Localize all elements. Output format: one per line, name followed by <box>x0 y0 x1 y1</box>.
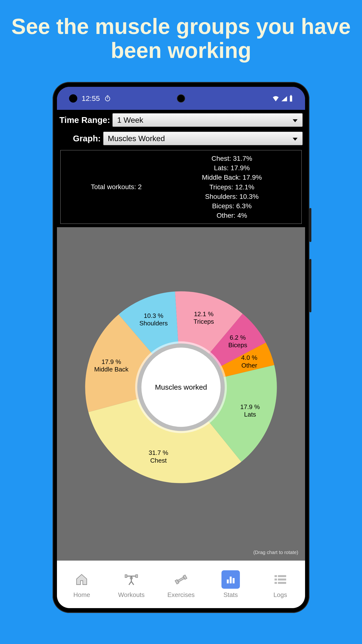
phone-side-button <box>310 259 311 312</box>
graph-value: Muscles Worked <box>108 134 165 143</box>
time-range-label: Time Range: <box>59 115 110 125</box>
svg-rect-1 <box>290 96 292 101</box>
nav-label: Stats <box>223 591 238 599</box>
home-indicator[interactable] <box>149 603 213 605</box>
total-workouts: Total workouts: 2 <box>65 154 167 220</box>
svg-rect-16 <box>230 576 232 584</box>
signal-icon <box>281 96 288 101</box>
donut-chart[interactable]: Muscles worked 31.7 %Chest17.9 %Lats4.0 … <box>77 283 285 492</box>
dumbbell-icon <box>172 570 190 589</box>
nav-label: Home <box>73 591 90 599</box>
svg-rect-23 <box>278 582 286 584</box>
nav-label: Exercises <box>167 591 195 599</box>
summary-box: Total workouts: 2 Chest: 31.7%Lats: 17.9… <box>60 150 302 224</box>
svg-rect-22 <box>275 582 277 584</box>
slice-label: 12.1 %Triceps <box>194 310 214 326</box>
status-time: 12:55 <box>82 94 100 102</box>
slice-label: 17.9 %Lats <box>240 403 260 418</box>
svg-rect-17 <box>233 578 235 584</box>
svg-rect-5 <box>125 575 127 578</box>
bottom-nav: Home Workouts Exercises Stats <box>57 560 305 608</box>
svg-point-0 <box>105 96 110 101</box>
nav-exercises[interactable]: Exercises <box>156 560 206 608</box>
svg-line-10 <box>129 582 131 585</box>
wifi-icon <box>272 96 279 101</box>
svg-rect-2 <box>291 95 292 96</box>
svg-line-11 <box>131 582 134 585</box>
time-range-dropdown[interactable]: 1 Week <box>112 113 303 127</box>
home-icon <box>72 570 91 589</box>
phone-screen: 12:55 Time Range: 1 Week Graph: Muscles … <box>57 87 305 608</box>
controls-panel: Time Range: 1 Week Graph: Muscles Worked… <box>57 110 305 227</box>
nav-label: Logs <box>273 591 287 599</box>
svg-rect-14 <box>178 577 184 582</box>
status-bar: 12:55 <box>57 87 305 110</box>
graph-dropdown[interactable]: Muscles Worked <box>103 132 303 145</box>
graph-label: Graph: <box>59 134 101 143</box>
slice-label: 6.2 %Biceps <box>228 334 247 349</box>
nav-workouts[interactable]: Workouts <box>107 560 156 608</box>
slice-label: 31.7 %Chest <box>149 449 168 464</box>
timer-icon <box>104 95 111 102</box>
svg-rect-19 <box>278 575 286 577</box>
camera-icon <box>177 94 185 102</box>
svg-rect-18 <box>275 575 277 577</box>
phone-frame: 12:55 Time Range: 1 Week Graph: Muscles … <box>52 82 310 613</box>
stats-icon <box>221 570 240 589</box>
chart-area[interactable]: Muscles worked 31.7 %Chest17.9 %Lats4.0 … <box>57 227 305 560</box>
phone-side-button <box>310 208 311 242</box>
slice-label: 17.9 %Middle Back <box>94 358 129 373</box>
hero-title: See the muscle groups you have been work… <box>0 0 362 82</box>
status-dot-icon <box>69 94 77 102</box>
slice-label: 10.3 %Shoulders <box>139 312 168 327</box>
svg-rect-21 <box>278 578 286 580</box>
chart-hint: (Drag chart to rotate) <box>253 550 298 555</box>
nav-label: Workouts <box>118 591 145 599</box>
chart-title: Muscles worked <box>155 383 207 391</box>
nav-home[interactable]: Home <box>57 560 107 608</box>
time-range-value: 1 Week <box>117 116 143 125</box>
workout-icon <box>122 570 141 589</box>
svg-rect-6 <box>136 575 138 578</box>
nav-logs[interactable]: Logs <box>255 560 305 608</box>
svg-rect-20 <box>275 578 277 580</box>
list-icon <box>271 570 290 589</box>
svg-rect-15 <box>227 580 229 584</box>
battery-icon <box>289 95 293 102</box>
summary-breakdown: Chest: 31.7%Lats: 17.9%Middle Back: 17.9… <box>167 154 297 220</box>
slice-label: 4.0 %Other <box>241 354 258 369</box>
nav-stats[interactable]: Stats <box>206 560 255 608</box>
